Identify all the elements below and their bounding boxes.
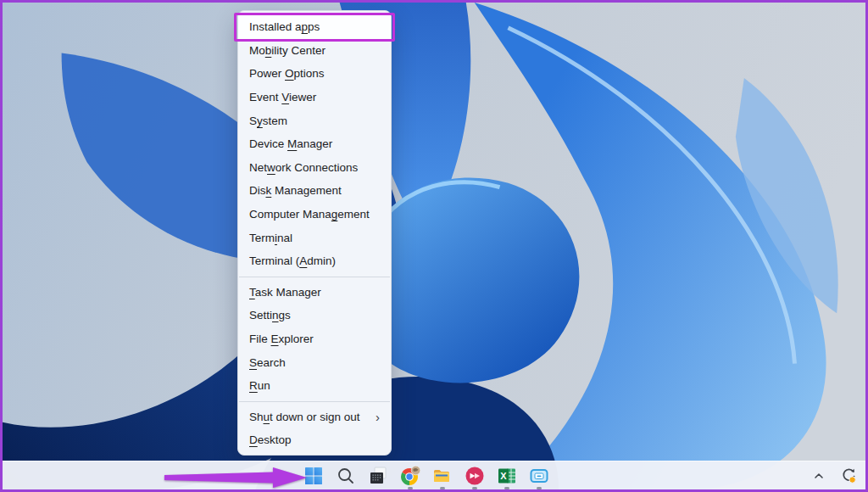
menu-item-label: Device Manager <box>249 137 380 150</box>
menu-item-label: Mobility Center <box>249 44 380 57</box>
dark-window-app-icon <box>368 466 388 486</box>
menu-item-label: System <box>249 115 380 127</box>
taskbar-dark-window-app-button[interactable] <box>365 463 390 488</box>
screenshot-frame: Installed appsMobility CenterPower Optio… <box>0 0 868 492</box>
menu-item-device-manager[interactable]: Device Manager <box>238 132 391 156</box>
start-icon <box>303 466 324 486</box>
system-tray <box>810 461 859 489</box>
svg-text:X: X <box>500 471 507 481</box>
menu-item-label: Disk Management <box>249 184 380 197</box>
menu-item-label: Settings <box>249 309 380 321</box>
menu-item-label: Computer Management <box>249 208 380 221</box>
taskbar-start-button[interactable] <box>301 463 326 488</box>
menu-item-mobility-center[interactable]: Mobility Center <box>238 39 391 63</box>
desktop-wallpaper <box>3 3 865 489</box>
menu-item-installed-apps[interactable]: Installed apps <box>238 15 391 39</box>
blue-window-app-icon <box>529 466 549 486</box>
menu-item-run[interactable]: Run <box>238 374 391 398</box>
menu-item-label: Network Connections <box>249 161 380 174</box>
menu-item-network-connections[interactable]: Network Connections <box>238 156 391 180</box>
taskbar-chrome-button[interactable] <box>398 463 422 488</box>
menu-item-label: Run <box>249 379 380 392</box>
taskbar-red-circle-app-button[interactable] <box>462 463 487 488</box>
tray-windows-update-button[interactable] <box>838 466 859 486</box>
taskbar-icon-group: X <box>301 463 551 488</box>
show-hidden-icons-icon <box>812 469 826 483</box>
menu-item-label: Terminal <box>249 232 380 244</box>
menu-item-search[interactable]: Search <box>238 350 391 374</box>
taskbar-blue-window-app-button[interactable] <box>526 463 551 488</box>
running-indicator <box>504 487 509 489</box>
menu-item-label: Installed apps <box>249 20 380 33</box>
taskbar-file-explorer-button[interactable] <box>430 463 454 488</box>
menu-item-label: Task Manager <box>249 286 380 299</box>
menu-item-label: Shut down or sign out <box>249 411 369 423</box>
chrome-icon <box>400 466 420 486</box>
menu-item-label: File Explorer <box>249 333 380 345</box>
menu-item-terminal[interactable]: Terminal <box>238 226 391 249</box>
excel-icon: X <box>497 466 517 486</box>
taskbar-excel-button[interactable]: X <box>494 463 519 488</box>
taskbar-search-button[interactable] <box>333 463 358 488</box>
menu-item-disk-management[interactable]: Disk Management <box>238 179 391 203</box>
taskbar: X <box>3 461 865 489</box>
menu-item-label: Event Viewer <box>249 91 380 103</box>
menu-item-label: Terminal (Admin) <box>249 254 380 267</box>
file-explorer-icon <box>432 466 453 486</box>
menu-item-label: Search <box>249 356 380 369</box>
menu-separator <box>239 401 390 402</box>
menu-item-desktop[interactable]: Desktop <box>238 428 391 452</box>
search-icon <box>336 466 356 486</box>
running-indicator <box>440 487 445 489</box>
menu-item-task-manager[interactable]: Task Manager <box>238 281 391 305</box>
running-indicator <box>537 487 542 489</box>
winx-context-menu: Installed appsMobility CenterPower Optio… <box>237 10 392 456</box>
red-circle-app-icon <box>465 466 485 486</box>
menu-item-file-explorer[interactable]: File Explorer <box>238 327 391 351</box>
tray-show-hidden-icons-button[interactable] <box>810 467 827 484</box>
menu-item-terminal-admin[interactable]: Terminal (Admin) <box>238 249 391 273</box>
menu-item-shut-down-or-sign-out[interactable]: Shut down or sign out› <box>238 405 391 429</box>
menu-item-system[interactable]: System <box>238 109 391 132</box>
menu-item-settings[interactable]: Settings <box>238 304 391 327</box>
menu-separator <box>239 277 390 277</box>
menu-item-event-viewer[interactable]: Event Viewer <box>238 86 391 109</box>
running-indicator <box>408 487 413 489</box>
menu-item-label: Desktop <box>249 433 380 446</box>
bloom-wallpaper-art <box>3 3 865 489</box>
menu-item-power-options[interactable]: Power Options <box>238 62 391 86</box>
windows-update-icon <box>840 467 857 484</box>
submenu-chevron-icon: › <box>376 411 380 423</box>
menu-item-label: Power Options <box>249 67 380 80</box>
menu-item-computer-management[interactable]: Computer Management <box>238 203 391 226</box>
running-indicator <box>472 487 477 489</box>
